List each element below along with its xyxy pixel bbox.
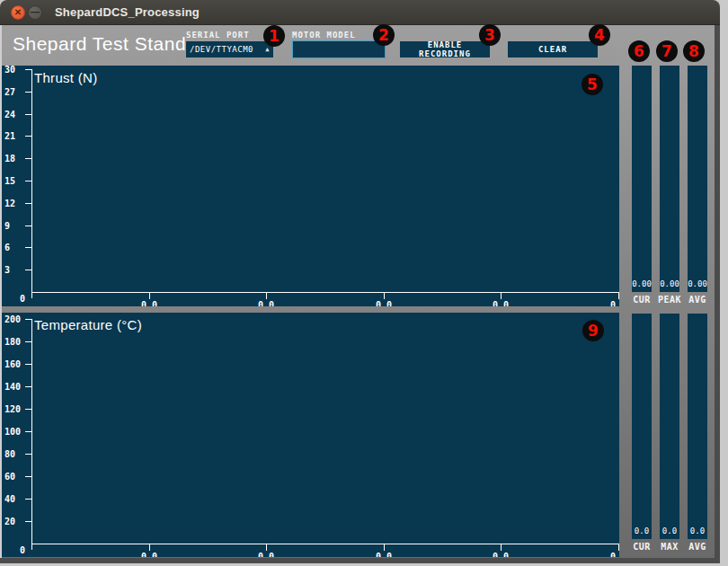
thrust-chart-panel: Thrust (N) 369121518212427300.00.00.00.0… <box>2 66 619 306</box>
annotation-badge-5: 5 <box>582 74 603 95</box>
origin-tick-mark <box>31 293 32 298</box>
close-icon: ✕ <box>14 8 22 17</box>
x-tick-label: 0.0 <box>606 300 619 306</box>
clear-button[interactable]: CLEAR <box>508 41 598 57</box>
app-title: Shepard Test Stand <box>13 33 186 55</box>
temperature-chart-panel: Temperature (°C) 20406080100120140160180… <box>2 313 619 557</box>
minimize-icon: — <box>31 8 40 17</box>
y-tick-label: 21 <box>4 131 28 141</box>
temp-max-bar: 0.0 <box>660 314 679 539</box>
dropdown-arrow-icon: ▲ <box>265 46 270 53</box>
thrust-avg-caption: AVG <box>682 295 713 305</box>
y-tick-label: 6 <box>4 243 28 252</box>
x-tick-mark <box>384 293 385 299</box>
window-title: ShepardDCS_Processing <box>55 0 200 25</box>
window-edge-bottom <box>0 558 720 563</box>
x-tick-label: 0.0 <box>137 552 162 557</box>
application-window: ✕ — ShepardDCS_Processing Shepard Test S… <box>0 0 728 566</box>
y-tick-label: 60 <box>4 472 28 482</box>
x-tick-label: 0.0 <box>371 552 396 557</box>
origin-label: 0 <box>17 294 28 304</box>
x-tick-label: 0.0 <box>253 552 279 557</box>
temp-max-value: 0.0 <box>660 526 679 535</box>
y-tick-label: 200 <box>4 314 28 324</box>
x-tick-mark <box>618 544 619 551</box>
thrust-avg-bar: 0.00 <box>688 66 707 292</box>
x-tick-label: 0.0 <box>137 300 162 306</box>
y-tick-label: 30 <box>4 66 28 75</box>
x-axis-line <box>31 544 619 544</box>
x-tick-label: 0.0 <box>488 552 513 557</box>
motor-model-label: MOTOR MODEL <box>292 31 356 40</box>
y-tick-label: 18 <box>4 154 28 164</box>
motor-model-input[interactable] <box>292 40 386 58</box>
thrust-avg-value: 0.00 <box>688 279 707 288</box>
y-tick-label: 40 <box>4 494 28 504</box>
annotation-badge-9: 9 <box>582 320 604 341</box>
enable-recording-button[interactable]: ENABLE RECORDING <box>400 41 490 57</box>
y-tick-label: 20 <box>4 517 28 526</box>
y-tick-label: 180 <box>4 337 28 347</box>
thrust-cur-bar: 0.00 <box>632 66 652 292</box>
x-tick-label: 0.0 <box>371 300 396 306</box>
x-axis-line <box>31 292 619 293</box>
thrust-chart-title: Thrust (N) <box>34 70 98 85</box>
origin-label: 0 <box>17 545 28 555</box>
y-tick-label: 80 <box>4 449 28 459</box>
x-tick-label: 0.0 <box>606 552 619 557</box>
y-tick-label: 9 <box>4 221 28 231</box>
x-tick-mark <box>501 293 502 299</box>
annotation-badge-4: 4 <box>589 24 610 46</box>
thrust-peak-caption: PEAK <box>654 295 685 305</box>
y-tick-label: 140 <box>4 382 28 392</box>
annotation-badge-2: 2 <box>373 24 395 46</box>
temp-cur-caption: CUR <box>626 542 657 552</box>
y-tick-label: 100 <box>4 427 28 437</box>
thrust-cur-caption: CUR <box>626 295 657 305</box>
temp-avg-bar: 0.0 <box>688 314 707 539</box>
x-tick-mark <box>384 544 385 551</box>
origin-tick-mark <box>31 544 32 550</box>
annotation-badge-7: 7 <box>656 40 678 62</box>
minimize-button[interactable]: — <box>28 5 42 20</box>
x-tick-label: 0.0 <box>253 300 279 306</box>
y-tick-label: 120 <box>4 404 28 414</box>
annotation-badge-3: 3 <box>479 24 501 46</box>
y-tick-label: 160 <box>4 359 28 369</box>
title-bar: ✕ — ShepardDCS_Processing <box>0 0 720 25</box>
x-tick-mark <box>501 544 502 551</box>
y-axis-line <box>31 319 32 544</box>
thrust-cur-value: 0.00 <box>632 279 652 288</box>
y-tick-label: 15 <box>4 176 28 186</box>
serial-port-label: SERIAL PORT <box>186 31 250 40</box>
x-tick-mark <box>266 293 267 299</box>
y-tick-label: 12 <box>4 199 28 208</box>
window-edge-right <box>715 25 720 563</box>
serial-port-value: /DEV/TTYACM0 <box>190 45 253 54</box>
temp-cur-bar: 0.0 <box>632 314 652 539</box>
x-tick-mark <box>618 293 619 299</box>
thrust-peak-bar: 0.00 <box>660 66 679 292</box>
temperature-chart-title: Temperature (°C) <box>34 317 142 332</box>
temp-avg-value: 0.0 <box>688 526 707 535</box>
x-tick-mark <box>149 293 150 299</box>
annotation-badge-8: 8 <box>683 40 705 62</box>
annotation-badge-6: 6 <box>628 40 650 62</box>
y-tick-label: 24 <box>4 110 28 119</box>
y-tick-label: 3 <box>4 265 28 275</box>
temp-cur-value: 0.0 <box>632 526 652 535</box>
y-axis-line <box>31 69 32 293</box>
x-tick-mark <box>266 544 267 551</box>
temp-max-caption: MAX <box>654 542 685 552</box>
thrust-peak-value: 0.00 <box>660 279 679 288</box>
serial-port-dropdown[interactable]: /DEV/TTYACM0 ▲ <box>186 41 273 57</box>
x-tick-label: 0.0 <box>488 300 513 306</box>
x-tick-mark <box>149 544 150 551</box>
temp-avg-caption: AVG <box>682 542 713 552</box>
annotation-badge-1: 1 <box>263 25 285 47</box>
close-button[interactable]: ✕ <box>11 5 25 20</box>
y-tick-label: 27 <box>4 87 28 97</box>
